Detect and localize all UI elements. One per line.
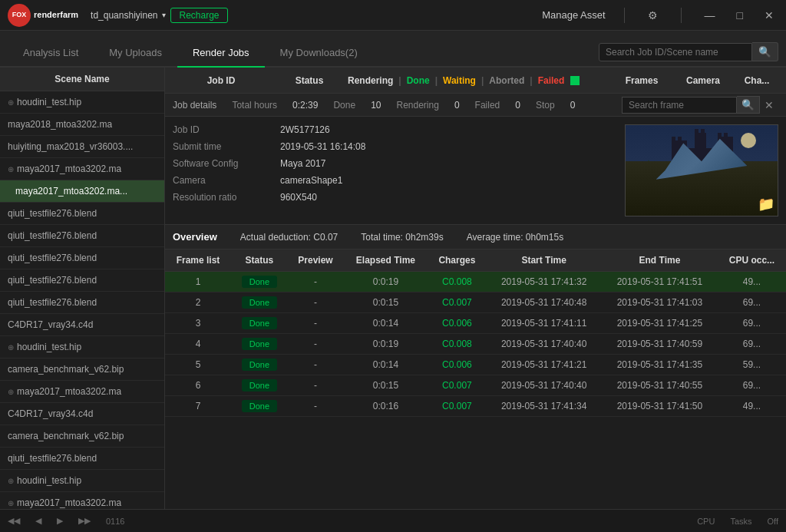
sidebar-item-qiuti6[interactable]: qiuti_testfile276.blend: [0, 448, 164, 470]
search-button[interactable]: 🔍: [752, 42, 778, 61]
sidebar-item-label-qiuti5: qiuti_testfile276.blend: [8, 297, 97, 308]
status-badge-done: Done: [242, 359, 277, 371]
frame-cell-3-7: 69...: [718, 334, 786, 355]
frame-table-row[interactable]: 7Done-0:0:16C0.0072019-05-31 17:41:34201…: [165, 396, 786, 417]
col-header-charges: Cha...: [734, 75, 780, 86]
sidebar-item-maya2017_2[interactable]: ⊕maya2017_mtoa3202.ma: [0, 381, 164, 403]
frame-search-box: 🔍 ✕: [622, 96, 778, 114]
expand-icon-houdini3[interactable]: ⊕: [8, 477, 14, 485]
frame-table-row[interactable]: 2Done-0:0:15C0.0072019-05-31 17:40:48201…: [165, 292, 786, 313]
frame-col-header-2: Preview: [288, 249, 344, 272]
search-input[interactable]: [599, 43, 752, 61]
sidebar-item-maya1[interactable]: maya2018_mtoa3202.ma: [0, 114, 164, 136]
sidebar-item-maya2017_1[interactable]: ⊕maya2017_mtoa3202.ma: [0, 158, 164, 180]
col-header-jobid: Job ID: [171, 75, 271, 86]
frame-table-row[interactable]: 4Done-0:0:19C0.0082019-05-31 17:40:40201…: [165, 334, 786, 355]
rendering-count: 0: [454, 100, 460, 111]
minimize-icon[interactable]: [700, 8, 720, 23]
sidebar-item-c4dr17[interactable]: C4DR17_vray34.c4d: [0, 314, 164, 336]
frame-table-row[interactable]: 6Done-0:0:15C0.0072019-05-31 17:40:40201…: [165, 375, 786, 396]
col-sep1: |: [398, 75, 401, 86]
sidebar-item-houdini2[interactable]: ⊕houdini_test.hip: [0, 336, 164, 359]
failed-count: 0: [515, 100, 520, 111]
sidebar-item-qiuti4[interactable]: qiuti_testfile276.blend: [0, 269, 164, 292]
job-preview-panel: 📁: [625, 124, 778, 216]
sidebar-item-qiuti5[interactable]: qiuti_testfile276.blend: [0, 292, 164, 314]
frame-cell-3-4: C0.008: [428, 334, 487, 355]
statusbar-next[interactable]: ▶: [57, 516, 63, 526]
maximize-icon[interactable]: [732, 8, 748, 23]
sidebar-item-maya2017_3[interactable]: ⊕maya2017_mtoa3202.ma: [0, 492, 164, 509]
frame-cell-4-0: 5: [165, 355, 231, 375]
tab-my-downloads[interactable]: My Downloads(2): [265, 39, 373, 68]
frame-col-header-1: Status: [231, 249, 288, 272]
done-label: Done: [333, 100, 355, 111]
manage-asset-link[interactable]: Manage Asset: [542, 9, 605, 21]
frame-table-row[interactable]: 3Done-0:0:14C0.0062019-05-31 17:41:11201…: [165, 313, 786, 334]
expand-icon-maya2017_1[interactable]: ⊕: [8, 165, 14, 173]
tab-my-uploads[interactable]: My Uploads: [94, 39, 177, 68]
sidebar-item-c4dr17_2[interactable]: C4DR17_vray34.c4d: [0, 403, 164, 425]
folder-icon[interactable]: 📁: [758, 196, 774, 213]
svg-rect-7: [678, 137, 682, 143]
expand-icon-houdini1[interactable]: ⊕: [8, 98, 14, 107]
sidebar: Scene Name ⊕houdini_test.hipmaya2018_mto…: [0, 68, 165, 509]
sidebar-item-label-houdini3: houdini_test.hip: [17, 475, 81, 486]
svg-marker-15: [760, 167, 775, 183]
logo: FOX renderfarm: [8, 4, 78, 27]
frame-cell-1-0: 2: [165, 292, 231, 313]
frame-search-input[interactable]: [622, 97, 737, 114]
frame-cell-1-7: 69...: [718, 292, 786, 313]
close-icon[interactable]: [760, 8, 778, 23]
settings-icon[interactable]: [643, 8, 662, 23]
tab-render-jobs[interactable]: Render Jobs: [177, 39, 265, 68]
col-done-label: Done: [407, 75, 430, 86]
svg-point-16: [741, 133, 756, 148]
jobid-field-label: Job ID: [173, 124, 272, 135]
recharge-button[interactable]: Recharge: [170, 8, 227, 23]
job-details-label[interactable]: Job details: [173, 100, 216, 111]
sidebar-item-qiuti3[interactable]: qiuti_testfile276.blend: [0, 247, 164, 269]
software-config-value: Maya 2017: [280, 158, 325, 169]
status-badge-done: Done: [242, 317, 277, 329]
status-badge-done: Done: [242, 296, 277, 309]
sidebar-item-label-qiuti6: qiuti_testfile276.blend: [8, 453, 97, 464]
frame-cell-2-4: C0.006: [428, 313, 487, 334]
frame-cell-2-7: 69...: [718, 313, 786, 334]
frame-search-close-button[interactable]: ✕: [760, 97, 778, 114]
sidebar-item-houdini3[interactable]: ⊕houdini_test.hip: [0, 470, 164, 492]
tab-analysis-list[interactable]: Analysis List: [8, 39, 94, 68]
resolution-field-value: 960X540: [280, 192, 317, 203]
frame-table-row[interactable]: 5Done-0:0:14C0.0062019-05-31 17:41:21201…: [165, 355, 786, 375]
sidebar-item-qiuti2[interactable]: qiuti_testfile276.blend: [0, 225, 164, 247]
frame-search-button[interactable]: 🔍: [737, 96, 760, 114]
expand-icon-maya2017_3[interactable]: ⊕: [8, 499, 14, 507]
frame-cell-1-5: 2019-05-31 17:40:48: [486, 292, 602, 313]
job-details-row: Job details Total hours 0:2:39 Done 10 R…: [165, 94, 786, 117]
frame-cell-1-6: 2019-05-31 17:41:03: [602, 292, 718, 313]
expand-icon-houdini2[interactable]: ⊕: [8, 343, 14, 352]
user-info: td_quanshiyinen ▾ Recharge: [91, 8, 227, 23]
statusbar-prev[interactable]: ◀: [35, 516, 41, 526]
statusbar-next-next[interactable]: ▶▶: [78, 516, 91, 526]
frame-table-body: 1Done-0:0:19C0.0082019-05-31 17:41:32201…: [165, 272, 786, 417]
sidebar-item-houdini1[interactable]: ⊕houdini_test.hip: [0, 91, 164, 114]
frame-cell-2-1: Done: [231, 313, 288, 334]
submit-time-label: Submit time: [173, 141, 272, 152]
sidebar-item-camera2[interactable]: camera_benchmark_v62.bip: [0, 425, 164, 448]
chevron-down-icon[interactable]: ▾: [162, 11, 166, 19]
svg-rect-10: [695, 129, 698, 135]
sidebar-item-camera1[interactable]: camera_benchmark_v62.bip: [0, 359, 164, 381]
frame-cell-5-4: C0.007: [428, 375, 487, 396]
sidebar-item-huiyiting1[interactable]: huiyiting_max2018_vr36003....: [0, 136, 164, 158]
content-area: Job ID Status Rendering | Done | Waiting…: [165, 68, 786, 509]
main-layout: Scene Name ⊕houdini_test.hipmaya2018_mto…: [0, 68, 786, 509]
sidebar-item-qiuti1[interactable]: qiuti_testfile276.blend: [0, 203, 164, 225]
sidebar-item-maya2017_1a[interactable]: maya2017_mtoa3202.ma...: [0, 180, 164, 203]
statusbar-prev-prev[interactable]: ◀◀: [8, 516, 20, 526]
frame-table-row[interactable]: 1Done-0:0:19C0.0082019-05-31 17:41:32201…: [165, 272, 786, 292]
expand-icon-maya2017_2[interactable]: ⊕: [8, 388, 14, 396]
tab-search-area: 🔍: [599, 42, 778, 61]
svg-rect-4: [718, 137, 733, 171]
col-aborted-label: Aborted: [489, 75, 524, 86]
